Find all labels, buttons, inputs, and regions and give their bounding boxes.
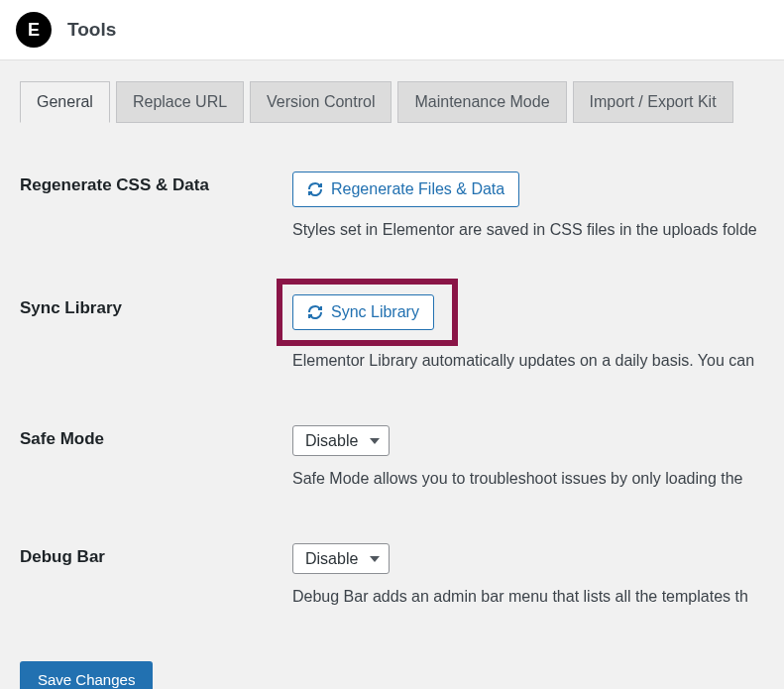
safe-mode-control: Disable Safe Mode allows you to troubles… <box>292 425 764 488</box>
tab-maintenance-mode[interactable]: Maintenance Mode <box>397 81 566 123</box>
setting-sync: Sync Library Sync Library Elementor Lib <box>20 294 764 370</box>
debug-bar-select[interactable]: Disable <box>292 543 390 574</box>
sync-description: Elementor Library automatically updates … <box>292 352 764 370</box>
sync-label: Sync Library <box>20 294 292 370</box>
logo-letter: E <box>28 20 40 41</box>
setting-safe-mode: Safe Mode Disable Safe Mode allows you t… <box>20 425 764 488</box>
debug-bar-select-wrapper: Disable <box>292 543 390 574</box>
sync-button[interactable]: Sync Library <box>292 294 434 330</box>
safe-mode-select-wrapper: Disable <box>292 425 390 456</box>
safe-mode-select[interactable]: Disable <box>292 425 390 456</box>
debug-bar-control: Disable Debug Bar adds an admin bar menu… <box>292 543 764 606</box>
tab-replace-url[interactable]: Replace URL <box>116 81 244 123</box>
page-title: Tools <box>67 19 116 41</box>
setting-regenerate: Regenerate CSS & Data Regenerate Files &… <box>20 172 764 239</box>
tab-version-control[interactable]: Version Control <box>250 81 392 123</box>
regenerate-control: Regenerate Files & Data Styles set in El… <box>292 172 764 239</box>
debug-bar-label: Debug Bar <box>20 543 292 606</box>
save-button[interactable]: Save Changes <box>20 661 153 689</box>
regenerate-button[interactable]: Regenerate Files & Data <box>292 172 519 207</box>
tabs-nav: General Replace URL Version Control Main… <box>20 80 764 122</box>
sync-highlight: Sync Library <box>277 279 458 346</box>
sync-button-text: Sync Library <box>331 303 419 321</box>
tab-import-export-kit[interactable]: Import / Export Kit <box>573 81 733 123</box>
regenerate-button-text: Regenerate Files & Data <box>331 180 504 198</box>
safe-mode-label: Safe Mode <box>20 425 292 488</box>
refresh-icon <box>307 304 323 320</box>
debug-bar-description: Debug Bar adds an admin bar menu that li… <box>292 588 764 606</box>
content-area: General Replace URL Version Control Main… <box>0 60 784 689</box>
tab-general[interactable]: General <box>20 81 110 123</box>
setting-debug-bar: Debug Bar Disable Debug Bar adds an admi… <box>20 543 764 606</box>
save-row: Save Changes <box>20 661 764 689</box>
safe-mode-description: Safe Mode allows you to troubleshoot iss… <box>292 470 764 488</box>
page-header: E Tools <box>0 0 784 60</box>
sync-control: Sync Library Elementor Library automatic… <box>292 294 764 370</box>
regenerate-label: Regenerate CSS & Data <box>20 172 292 239</box>
refresh-icon <box>307 181 323 197</box>
regenerate-description: Styles set in Elementor are saved in CSS… <box>292 221 764 239</box>
elementor-logo: E <box>16 12 52 48</box>
